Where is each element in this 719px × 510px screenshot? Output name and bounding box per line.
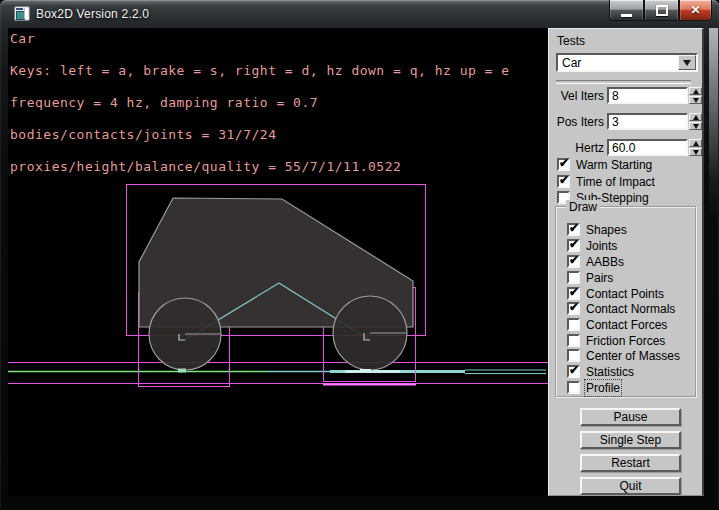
- titlebar[interactable]: Box2D Version 2.2.0 ✕: [0, 0, 719, 28]
- check-icon: ✔: [569, 238, 579, 250]
- vel-iters-input[interactable]: [607, 87, 688, 104]
- checkbox-box[interactable]: ✔: [557, 175, 570, 188]
- tests-dropdown-value: Car: [562, 56, 581, 70]
- checkbox-box[interactable]: ✔: [567, 302, 580, 315]
- app-icon-bar: [16, 8, 23, 10]
- checkbox-box[interactable]: [567, 271, 580, 284]
- quit-button[interactable]: Quit: [580, 477, 681, 495]
- checkbox-box[interactable]: ✔: [567, 239, 580, 252]
- draw-group-title: Draw: [566, 200, 600, 214]
- minimize-button[interactable]: [609, 0, 644, 21]
- arrow-down-icon: [693, 124, 699, 129]
- checkbox-box[interactable]: ✔: [567, 287, 580, 300]
- check-icon: ✔: [569, 301, 579, 313]
- hertz-stepper: [689, 139, 702, 156]
- close-button[interactable]: ✕: [679, 0, 712, 21]
- simulation-canvas[interactable]: Car Keys: left = a, brake = s, right = d…: [8, 28, 548, 496]
- checkbox-box[interactable]: ✔: [557, 158, 570, 171]
- spinner-down-button[interactable]: [689, 148, 702, 156]
- checkbox-label: Contact Normals: [586, 302, 675, 316]
- checkbox-label: Contact Points: [586, 287, 664, 301]
- vel-iters-label: Vel Iters: [549, 89, 604, 103]
- arrow-up-icon: [693, 115, 699, 120]
- pause-button[interactable]: Pause: [580, 408, 681, 426]
- check-icon: ✔: [559, 174, 569, 186]
- tests-dropdown[interactable]: Car: [556, 53, 698, 72]
- checkbox-box[interactable]: [567, 318, 580, 331]
- maximize-icon: [656, 5, 668, 16]
- checkbox-box[interactable]: ✔: [567, 365, 580, 378]
- check-icon: ✔: [569, 222, 579, 234]
- hertz-input[interactable]: [607, 139, 688, 156]
- check-icon: ✔: [569, 254, 579, 266]
- vel-iters-spinner: Vel Iters: [549, 87, 705, 104]
- spinner-up-button[interactable]: [689, 113, 702, 121]
- pos-iters-label: Pos Iters: [549, 115, 604, 129]
- checkbox-label: Center of Masses: [586, 349, 680, 363]
- checkbox-label: Pairs: [586, 271, 613, 285]
- front-contact-point: [178, 369, 186, 373]
- single-step-button-label: Single Step: [600, 433, 661, 447]
- tests-dropdown-button[interactable]: [678, 55, 696, 70]
- single-step-button[interactable]: Single Step: [580, 431, 681, 449]
- hertz-spinner: Hertz: [549, 139, 705, 156]
- app-icon-column: [24, 8, 28, 19]
- close-icon: ✕: [690, 4, 700, 16]
- checkbox-label: Time of Impact: [576, 175, 655, 189]
- check-icon: ✔: [569, 364, 579, 376]
- arrow-down-icon: [693, 98, 699, 103]
- restart-button-label: Restart: [611, 456, 650, 470]
- spinner-down-button[interactable]: [689, 122, 702, 130]
- hertz-label: Hertz: [549, 141, 604, 155]
- spinner-down-button[interactable]: [689, 96, 702, 104]
- chevron-down-icon: [683, 60, 691, 66]
- pos-iters-spinner: Pos Iters: [549, 113, 705, 130]
- checkbox-box[interactable]: [567, 349, 580, 362]
- pause-button-label: Pause: [613, 410, 647, 424]
- checkbox-box[interactable]: [567, 381, 580, 394]
- box2d-testbed-window: { "window": { "title": "Box2D Version 2.…: [0, 0, 719, 510]
- tests-label: Tests: [557, 34, 585, 48]
- pos-iters-stepper: [689, 113, 702, 130]
- pos-iters-input[interactable]: [607, 113, 688, 130]
- app-icon: [14, 6, 30, 21]
- arrow-down-icon: [693, 150, 699, 155]
- control-panel: Tests Car Vel Iters Pos Iters Hertz: [548, 28, 704, 496]
- checkbox-box[interactable]: [567, 334, 580, 347]
- checkbox-box[interactable]: ✔: [567, 223, 580, 236]
- window-border-sheen: [709, 28, 718, 218]
- window-frame: Box2D Version 2.2.0 ✕ Car Keys: left = a…: [0, 0, 719, 510]
- physics-debug-scene: [8, 28, 548, 496]
- rear-contact-point: [360, 369, 371, 372]
- checkbox-label: AABBs: [586, 255, 624, 269]
- window-controls: ✕: [609, 0, 712, 21]
- minimize-icon: [621, 14, 632, 17]
- window-title: Box2D Version 2.2.0: [36, 7, 149, 21]
- arrow-up-icon: [693, 141, 699, 146]
- checkbox-label: Profile: [586, 381, 620, 395]
- checkbox-label: Joints: [586, 239, 617, 253]
- checkbox-label: Contact Forces: [586, 318, 667, 332]
- checkbox-label: Warm Starting: [576, 158, 652, 172]
- quit-button-label: Quit: [619, 479, 641, 493]
- checkbox-label: Shapes: [586, 223, 627, 237]
- checkbox-label: Statistics: [586, 365, 634, 379]
- check-icon: ✔: [569, 286, 579, 298]
- checkbox-box[interactable]: ✔: [567, 255, 580, 268]
- check-icon: ✔: [559, 157, 569, 169]
- arrow-up-icon: [693, 89, 699, 94]
- restart-button[interactable]: Restart: [580, 454, 681, 472]
- checkbox-label: Friction Forces: [586, 334, 665, 348]
- separator: [556, 80, 691, 84]
- spinner-up-button[interactable]: [689, 139, 702, 147]
- vel-iters-stepper: [689, 87, 702, 104]
- maximize-button[interactable]: [644, 0, 679, 21]
- spinner-up-button[interactable]: [689, 87, 702, 95]
